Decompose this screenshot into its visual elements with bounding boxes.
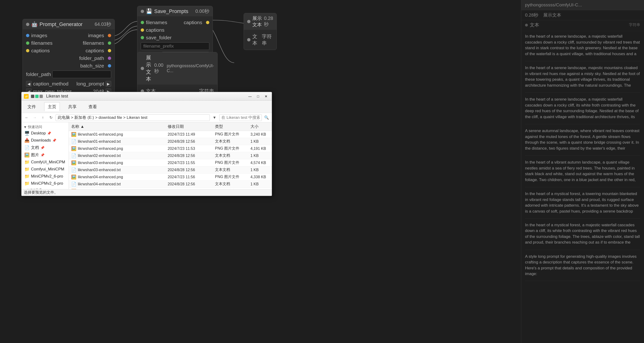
dot-d2-text [247, 38, 250, 42]
node-title-d2: 展示文本 [252, 15, 262, 28]
fe-up-btn[interactable]: ↑ [40, 114, 46, 121]
fe-file-name-0: 🖼️ likrwshan01-enhanced.png [69, 131, 165, 138]
fe-col-date[interactable]: 修改日期 [165, 123, 212, 130]
fe-col-name[interactable]: 名称 ▲ [69, 123, 165, 130]
caption-method-prev[interactable]: ◀ [26, 81, 32, 87]
fe-col-size[interactable]: 大小 [248, 123, 272, 130]
fe-sidebar-mini1[interactable]: 📁 MiniCPMv2_6-pro [22, 173, 68, 180]
fe-file-type-6: PNG 图片文件 [212, 174, 248, 180]
label-folder-path: folder_path [79, 55, 104, 61]
node-title-d1: 展示文本 [146, 54, 152, 83]
fe-file-name-text-2: likrwshan02-enhanced.png [78, 147, 123, 151]
fe-file-name-text-6: likrwshan04-enhanced.png [78, 175, 123, 179]
fe-breadcrumb-expand-btn[interactable]: ▼ [211, 114, 218, 121]
fe-title-icon: 📁 [24, 94, 28, 99]
node-ts-d2: 0.28秒 [264, 16, 273, 28]
fe-file-date-3: 2024/8/28 12:56 [165, 153, 212, 158]
fe-toolbar[interactable]: ← → ↑ ↻ 此电脑 > 新加卷 (E:) > download file >… [22, 113, 272, 122]
rp-text-section: 文本 字符串 [521, 20, 644, 31]
fe-back-btn[interactable]: ← [24, 114, 30, 121]
rp-title-2: 展示文本 [543, 13, 561, 18]
rp-para-8: A style long prompt for generating high-… [525, 254, 640, 281]
fe-address-bar[interactable]: 此电脑 > 新加卷 (E:) > download file > Likeran… [56, 114, 210, 121]
fe-file-row-0[interactable]: 🖼️ likrwshan01-enhanced.png 2024/7/23 11… [69, 131, 272, 138]
fe-sidebar-comfyui1[interactable]: 📁 ComfyUI_MiniCPM [22, 159, 68, 166]
node-save-captions: captions [138, 26, 212, 34]
fe-tab-file[interactable]: 文件 [24, 102, 40, 111]
rp-para-3: In the heart of a serene landscape, a ma… [525, 97, 640, 124]
fe-search-btn[interactable]: 🔍 [263, 114, 270, 121]
fe-sidebar-comfyui2[interactable]: 📁 Comfyui_MiniCPM [22, 166, 68, 173]
fe-quick-access-section[interactable]: ▼ 快速访问 [22, 124, 68, 130]
node-status-dot-d1 [141, 67, 144, 70]
fe-file-row-5[interactable]: 📄 likrwshan03-enhanced.txt 2024/8/28 12:… [69, 166, 272, 174]
dot-save-captions [141, 29, 144, 32]
fe-file-type-1: 文本文档 [212, 139, 248, 144]
fe-file-list[interactable]: 名称 ▲ 修改日期 类型 大小 🖼️ likrwshan01-enhanced.… [69, 122, 272, 189]
folder-path-input[interactable]: E:\download file\Likeran test [52, 71, 111, 78]
fe-file-type-2: PNG 图片文件 [212, 146, 248, 152]
node-status-dot [26, 23, 29, 26]
fe-minimize-btn[interactable]: — [247, 94, 253, 99]
dot-images [26, 34, 29, 37]
fe-file-row-3[interactable]: 📄 likrwshan02-enhanced.txt 2024/8/28 12:… [69, 152, 272, 159]
dot-filenames-in [26, 42, 29, 45]
fe-col-type[interactable]: 类型 [212, 123, 248, 130]
fe-tab-share[interactable]: 共享 [64, 102, 80, 111]
fe-ribbon[interactable]: 文件 主页 共享 查看 [22, 101, 272, 113]
dot-save-filenames [141, 21, 144, 24]
fe-file-rows-container[interactable]: 🖼️ likrwshan01-enhanced.png 2024/7/23 11… [69, 131, 272, 189]
fe-mini1-label: MiniCPMv2_6-pro [31, 174, 63, 179]
fe-file-row-7[interactable]: 📄 likrwshan04-enhanced.txt 2024/8/28 12:… [69, 181, 272, 188]
rp-para-5: In the heart of a vibrant autumn landsca… [525, 160, 640, 187]
fe-file-name-text-0: likrwshan01-enhanced.png [78, 132, 123, 137]
fe-sidebar-pics[interactable]: 🖼️ 图片 📌 [22, 151, 68, 159]
fe-sidebar-desktop[interactable]: 🖥️ Desktop 📌 [22, 130, 68, 137]
fe-window-buttons[interactable]: — □ ✕ [247, 94, 270, 99]
fe-tab-view[interactable]: 查看 [85, 102, 100, 111]
node-header-save-prompts: 💾 Save_Prompts 0.00秒 [138, 6, 212, 16]
label-caption-method: caption_method [33, 81, 68, 87]
fe-file-size-6: 4,338 KB [248, 174, 272, 180]
fe-tab-home[interactable]: 主页 [44, 102, 60, 111]
rp-content: In the heart of a serene landscape, a ma… [521, 31, 644, 287]
display-text-node-2: 展示文本 0.28秒 文本 字符串 [244, 13, 277, 50]
caption-method-value: long_prompt [76, 81, 104, 87]
fe-wps-section[interactable]: ▶ WPS云盘 [22, 187, 68, 189]
rp-text-3: In the heart of a serene landscape, a ma… [525, 97, 640, 120]
fe-sidebar-docs[interactable]: 📄 文档 📌 [22, 144, 68, 151]
rp-dot [525, 24, 528, 27]
rp-para-2: In the heart of a serene landscape, maje… [525, 65, 640, 93]
fe-sidebar-downloads[interactable]: 📥 Downloads 📌 [22, 137, 68, 144]
fe-pics-label: 图片 [31, 152, 39, 158]
fe-file-row-2[interactable]: 🖼️ likrwshan02-enhanced.png 2024/7/23 11… [69, 145, 272, 152]
fe-refresh-btn[interactable]: ↻ [48, 114, 54, 121]
fe-file-row-6[interactable]: 🖼️ likrwshan04-enhanced.png 2024/7/23 11… [69, 174, 272, 181]
fe-file-row-1[interactable]: 📄 likrwshan01-enhanced.txt 2024/8/28 12:… [69, 138, 272, 145]
fe-docs-label: 文档 [31, 145, 39, 150]
dot-captions-in [26, 49, 29, 52]
node-save-folder: save_folder [138, 34, 212, 42]
dot-captions-out [108, 49, 111, 52]
fe-file-icon-6: 🖼️ [71, 174, 76, 180]
fe-close-btn[interactable]: ✕ [263, 94, 270, 99]
fe-body: ▼ 快速访问 🖥️ Desktop 📌 📥 Downloads 📌 📄 文档 📌… [22, 122, 272, 189]
fe-maximize-btn[interactable]: □ [255, 94, 261, 99]
filename-prefix-input[interactable] [141, 42, 209, 50]
fe-sidebar-mini2[interactable]: 📁 MiniCPMv2_6-pro [22, 180, 68, 187]
fe-file-icon-4: 🖼️ [71, 160, 76, 165]
fe-tab-strip[interactable] [31, 95, 43, 98]
fe-sidebar[interactable]: ▼ 快速访问 🖥️ Desktop 📌 📥 Downloads 📌 📄 文档 📌… [22, 122, 69, 189]
node-header-prompt-gen: 🤖 Prompt_Generator 64.03秒 [23, 19, 114, 29]
fe-file-row-4[interactable]: 🖼️ likrwshan03-enhanced.png 2024/7/23 11… [69, 159, 272, 166]
fe-file-name-1: 📄 likrwshan01-enhanced.txt [69, 139, 165, 145]
node-title-save-prompts: Save_Prompts [154, 8, 188, 15]
node-timestamp-prompt-gen: 64.03秒 [94, 21, 111, 28]
rp-label-text: 文本 [530, 22, 539, 28]
caption-method-next[interactable]: ▶ [106, 81, 111, 87]
fe-forward-btn[interactable]: → [32, 114, 38, 121]
rp-text-2: In the heart of a serene landscape, maje… [525, 65, 640, 89]
fe-search-input[interactable] [219, 114, 262, 121]
fe-column-headers[interactable]: 名称 ▲ 修改日期 类型 大小 [69, 122, 272, 131]
fe-file-date-7: 2024/8/28 12:56 [165, 182, 212, 187]
